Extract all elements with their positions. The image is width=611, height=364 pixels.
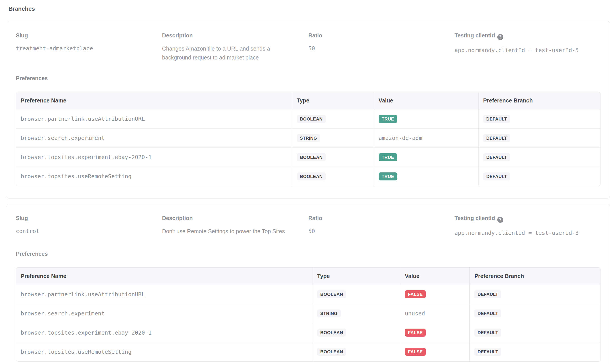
page-title: Branches xyxy=(9,5,611,12)
value-text: unused xyxy=(405,310,425,317)
type-cell: BOOLEAN xyxy=(312,323,400,342)
description-value: Changes Amazon tile to a URL and sends a… xyxy=(162,44,287,62)
branch-badge: DEFAULT xyxy=(483,115,510,123)
help-icon[interactable]: ? xyxy=(497,34,503,40)
type-badge: BOOLEAN xyxy=(297,115,326,123)
preference-name-cell: browser.topsites.experiment.ebay-2020-1 xyxy=(16,148,292,167)
preference-row: browser.topsites.useRemoteSettingBOOLEAN… xyxy=(16,167,600,186)
testing-clientid-value: app.normandy.clientId = test-userId-3 xyxy=(454,229,601,237)
preference-row: browser.partnerlink.useAttributionURLBOO… xyxy=(16,109,600,129)
preference-branch-cell: DEFAULT xyxy=(478,148,600,167)
value-badge: TRUE xyxy=(379,172,397,181)
preference-name-cell: browser.partnerlink.useAttributionURL xyxy=(16,109,292,129)
column-header-type: Type xyxy=(312,268,400,285)
type-badge: BOOLEAN xyxy=(297,153,326,161)
branches-page: Branches Slug treatment-admarketplace De… xyxy=(0,0,611,364)
preference-row: browser.partnerlink.useAttributionURLBOO… xyxy=(16,285,600,304)
column-header-value: Value xyxy=(400,268,470,285)
value-cell: TRUE xyxy=(374,148,478,167)
preference-name-cell: browser.partnerlink.useAttributionURL xyxy=(16,285,312,304)
branch-badge: DEFAULT xyxy=(474,348,501,356)
type-cell: STRING xyxy=(312,304,400,323)
preference-name: browser.topsites.useRemoteSetting xyxy=(21,173,132,180)
type-badge: BOOLEAN xyxy=(317,290,346,298)
table-header-row: Preference Name Type Value Preference Br… xyxy=(16,92,600,109)
value-cell: TRUE xyxy=(374,167,478,186)
preference-name: browser.search.experiment xyxy=(21,135,105,141)
type-badge: STRING xyxy=(297,134,320,142)
slug-label: Slug xyxy=(16,215,162,221)
preference-name: browser.partnerlink.useAttributionURL xyxy=(21,291,145,298)
preference-branch-cell: DEFAULT xyxy=(478,109,600,129)
type-badge: BOOLEAN xyxy=(297,172,326,181)
preference-row: browser.search.experimentSTRINGamazon-de… xyxy=(16,129,600,148)
testing-clientid-field: Testing clientId? app.normandy.clientId … xyxy=(454,215,601,237)
type-badge: BOOLEAN xyxy=(317,348,346,356)
preference-name-cell: browser.topsites.useRemoteSetting xyxy=(16,342,312,361)
column-header-value: Value xyxy=(374,92,478,109)
preference-name-cell: browser.search.experiment xyxy=(16,129,292,148)
preference-row: browser.topsites.useRemoteSettingBOOLEAN… xyxy=(16,342,600,361)
preference-name: browser.partnerlink.useAttributionURL xyxy=(21,116,145,122)
description-label: Description xyxy=(162,215,308,221)
testing-clientid-field: Testing clientId? app.normandy.clientId … xyxy=(454,33,601,55)
value-cell: TRUE xyxy=(374,109,478,129)
column-header-preference-branch: Preference Branch xyxy=(470,268,600,285)
preference-branch-cell: DEFAULT xyxy=(478,129,600,148)
preference-row: browser.search.experimentSTRINGunusedDEF… xyxy=(16,304,600,323)
type-cell: BOOLEAN xyxy=(292,109,374,129)
preference-branch-cell: DEFAULT xyxy=(470,323,600,342)
slug-value: control xyxy=(16,227,162,236)
value-badge: TRUE xyxy=(379,153,397,161)
testing-clientid-value: app.normandy.clientId = test-userId-5 xyxy=(454,46,601,55)
value-badge: FALSE xyxy=(405,290,426,298)
preference-row: browser.topsites.experiment.ebay-2020-1B… xyxy=(16,148,600,167)
preference-name-cell: browser.search.experiment xyxy=(16,304,312,323)
preference-branch-cell: DEFAULT xyxy=(470,342,600,361)
slug-field: Slug control xyxy=(16,215,162,236)
ratio-label: Ratio xyxy=(308,33,455,38)
column-header-preference-name: Preference Name xyxy=(16,268,312,285)
preference-branch-cell: DEFAULT xyxy=(470,304,600,323)
value-badge: FALSE xyxy=(405,348,426,356)
type-cell: BOOLEAN xyxy=(312,342,400,361)
slug-value: treatment-admarketplace xyxy=(16,44,162,53)
testing-clientid-label: Testing clientId? xyxy=(454,215,601,223)
type-badge: STRING xyxy=(317,309,340,317)
ratio-field: Ratio 50 xyxy=(308,33,455,53)
branch-fields: Slug control Description Don't use Remot… xyxy=(16,215,601,237)
value-cell: FALSE xyxy=(400,342,470,361)
branch-badge: DEFAULT xyxy=(474,309,501,317)
column-header-preference-branch: Preference Branch xyxy=(478,92,600,109)
type-cell: STRING xyxy=(292,129,374,148)
column-header-preference-name: Preference Name xyxy=(16,92,292,109)
preference-name: browser.topsites.useRemoteSetting xyxy=(21,349,132,355)
value-cell: FALSE xyxy=(400,285,470,304)
help-icon[interactable]: ? xyxy=(497,217,503,223)
testing-clientid-label-text: Testing clientId xyxy=(454,32,495,39)
ratio-value: 50 xyxy=(308,44,455,53)
preference-name: browser.topsites.experiment.ebay-2020-1 xyxy=(21,329,152,336)
preference-row: browser.topsites.experiment.ebay-2020-1B… xyxy=(16,323,600,342)
slug-field: Slug treatment-admarketplace xyxy=(16,33,162,53)
branch-card: Slug control Description Don't use Remot… xyxy=(7,204,610,364)
ratio-value: 50 xyxy=(308,227,455,236)
description-label: Description xyxy=(162,33,308,38)
type-cell: BOOLEAN xyxy=(292,167,374,186)
column-header-type: Type xyxy=(292,92,374,109)
preference-name: browser.topsites.experiment.ebay-2020-1 xyxy=(21,154,152,160)
preferences-heading: Preferences xyxy=(16,75,601,81)
testing-clientid-label: Testing clientId? xyxy=(454,33,601,40)
table-header-row: Preference Name Type Value Preference Br… xyxy=(16,268,600,285)
value-cell: unused xyxy=(400,304,470,323)
branch-card: Slug treatment-admarketplace Description… xyxy=(7,21,610,198)
preferences-table: Preference Name Type Value Preference Br… xyxy=(16,267,601,362)
preference-branch-cell: DEFAULT xyxy=(478,167,600,186)
preference-name-cell: browser.topsites.useRemoteSetting xyxy=(16,167,292,186)
value-badge: TRUE xyxy=(379,115,397,123)
type-cell: BOOLEAN xyxy=(312,285,400,304)
slug-label: Slug xyxy=(16,33,162,38)
branch-badge: DEFAULT xyxy=(483,153,510,161)
preference-name: browser.search.experiment xyxy=(21,310,105,317)
preference-name-cell: browser.topsites.experiment.ebay-2020-1 xyxy=(16,323,312,342)
